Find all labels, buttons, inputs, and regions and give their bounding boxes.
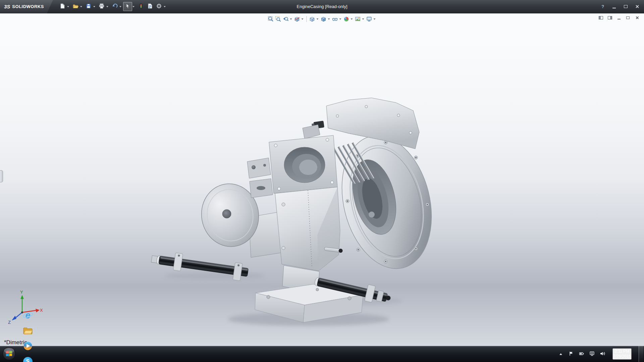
doc-minimize-icon: [618, 19, 621, 19]
printer-icon: [99, 3, 105, 10]
view-settings-button[interactable]: [366, 15, 373, 23]
undo-button[interactable]: [110, 2, 119, 11]
internet-explorer-icon: e: [22, 310, 34, 320]
open-button[interactable]: [71, 2, 80, 11]
select-cursor-icon: [125, 3, 131, 10]
3d-viewport-canvas[interactable]: [0, 13, 644, 346]
minimize-button[interactable]: [611, 3, 617, 10]
triad-x-label: X: [40, 308, 43, 313]
open-dropdown-icon[interactable]: [80, 6, 82, 7]
windows-taskbar: e S: [0, 346, 644, 362]
clock-time: 2:11 PM: [613, 349, 631, 354]
taskbar-items: e S: [18, 307, 38, 362]
graphics-area[interactable]: Y X Z *Dimetric: [0, 13, 644, 346]
file-properties-button[interactable]: [145, 2, 154, 11]
display-style-button[interactable]: [320, 15, 327, 23]
zoom-to-area-button[interactable]: [275, 15, 282, 23]
taskbar-clock[interactable]: 2:11 PM 7/28/2015: [612, 348, 632, 360]
undo-dropdown-icon[interactable]: [119, 6, 121, 7]
doc-minimize-button[interactable]: [616, 15, 622, 20]
taskbar-internet-explorer-button[interactable]: e: [18, 308, 37, 323]
open-folder-icon: [72, 3, 78, 10]
view-settings-icon: [366, 16, 372, 22]
view-orientation-dropdown-icon[interactable]: [317, 18, 319, 20]
section-view-icon: [294, 16, 300, 22]
new-document-dropdown-icon[interactable]: [67, 6, 69, 7]
section-view-dropdown-icon[interactable]: [302, 18, 304, 20]
zoom-to-area-icon: [275, 16, 281, 22]
solidworks-logo-text: SOLIDWORKS: [12, 4, 44, 9]
edit-appearance-button[interactable]: [343, 15, 350, 23]
zoom-to-fit-icon: [268, 16, 274, 22]
doc-restore-button[interactable]: [625, 15, 631, 20]
taskbar-windows-explorer-button[interactable]: [18, 323, 37, 338]
file-properties-icon: [147, 3, 153, 10]
new-document-icon: [59, 3, 65, 10]
options-dropdown-icon[interactable]: [164, 6, 166, 7]
save-floppy-icon: [86, 3, 92, 10]
scene-dropdown-icon[interactable]: [362, 18, 364, 20]
flag-icon: [569, 351, 574, 357]
previous-view-dropdown-icon[interactable]: [290, 18, 292, 20]
monitor-icon: [589, 351, 595, 357]
restore-button[interactable]: [623, 3, 629, 10]
print-dropdown-icon[interactable]: [106, 6, 108, 7]
caret-up-icon: [559, 353, 562, 355]
start-button[interactable]: [0, 346, 18, 362]
quick-access-toolbar: [58, 2, 167, 11]
show-hidden-icons-button[interactable]: [558, 350, 564, 358]
view-orientation-button[interactable]: [309, 15, 316, 23]
system-tray: 2:11 PM 7/28/2015: [558, 346, 644, 362]
doc-close-button[interactable]: [634, 15, 640, 20]
apply-scene-button[interactable]: [354, 15, 362, 23]
section-view-button[interactable]: [293, 15, 301, 23]
minimize-icon: [612, 8, 616, 8]
view-orientation-cube-icon: [309, 16, 315, 22]
restore-icon: [624, 5, 628, 8]
display-style-dropdown-icon[interactable]: [328, 18, 330, 20]
view-settings-dropdown-icon[interactable]: [374, 18, 376, 20]
speaker-icon: [600, 351, 605, 357]
doc-pane-left-button[interactable]: [598, 15, 604, 20]
select-dropdown-icon[interactable]: [132, 6, 135, 7]
options-button[interactable]: [154, 2, 163, 11]
display-style-icon: [321, 16, 327, 22]
select-button[interactable]: [123, 2, 132, 11]
taskbar-media-player-button[interactable]: [18, 339, 37, 354]
rebuild-button[interactable]: [136, 2, 145, 11]
previous-view-icon: [283, 16, 289, 22]
solidworks-logo: 3S SOLIDWORKS: [0, 0, 53, 13]
appearance-dropdown-icon[interactable]: [351, 18, 353, 20]
window-title: EngineCasing [Read-only]: [297, 4, 347, 9]
windows-start-orb-icon: [2, 347, 16, 362]
engine-casing-model[interactable]: [150, 98, 445, 322]
action-center-button[interactable]: [568, 350, 574, 358]
power-status-button[interactable]: [579, 350, 585, 358]
solidworks-logo-mark: 3S: [4, 4, 10, 9]
hide-show-dropdown-icon[interactable]: [339, 18, 341, 20]
undo-arrow-icon: [112, 3, 118, 10]
show-desktop-button[interactable]: [639, 346, 643, 362]
print-button[interactable]: [97, 2, 106, 11]
zoom-to-fit-button[interactable]: [267, 15, 275, 23]
feature-pane-splitter-tab[interactable]: [0, 170, 3, 182]
hide-show-items-button[interactable]: [331, 15, 339, 23]
media-player-icon: [23, 341, 33, 352]
pane-right-icon: [608, 16, 612, 19]
previous-view-button[interactable]: [282, 15, 289, 23]
new-document-button[interactable]: [58, 2, 67, 11]
taskbar-skype-button[interactable]: S: [18, 354, 37, 362]
solidworks-window: 3S SOLIDWORKS: [0, 0, 644, 362]
scene-icon: [355, 16, 361, 22]
help-button[interactable]: ?: [600, 3, 606, 10]
triad-z-label: Z: [8, 320, 11, 325]
close-button[interactable]: [634, 3, 640, 10]
network-status-button[interactable]: [589, 350, 595, 358]
heads-up-view-toolbar: [267, 15, 377, 23]
skype-icon: S: [23, 357, 33, 362]
volume-button[interactable]: [599, 350, 605, 358]
save-dropdown-icon[interactable]: [93, 6, 95, 7]
doc-restore-icon: [626, 16, 630, 19]
save-button[interactable]: [84, 2, 93, 11]
doc-pane-right-button[interactable]: [607, 15, 613, 20]
